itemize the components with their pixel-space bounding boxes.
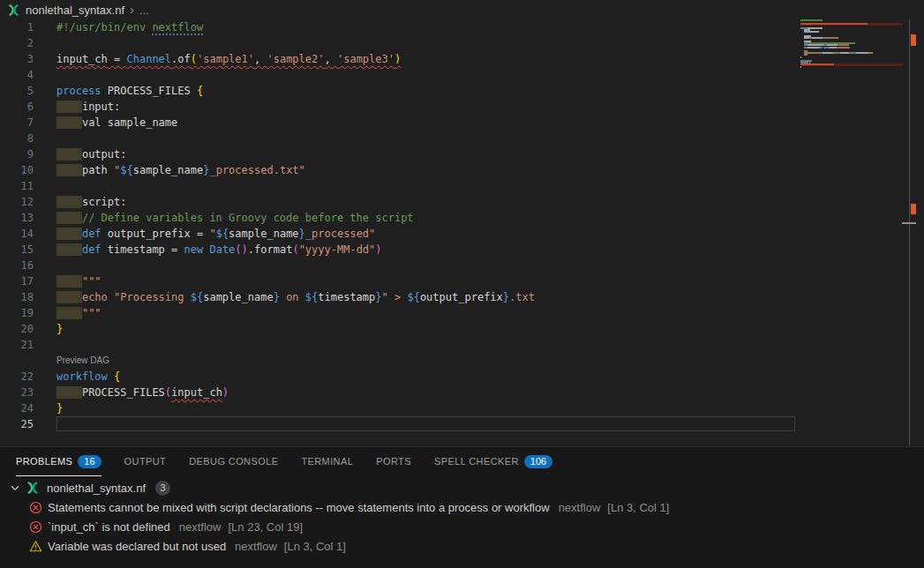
panel-tab-debug-console[interactable]: DEBUG CONSOLE — [189, 447, 278, 476]
line-number: 22 — [0, 369, 34, 385]
line-number: 16 — [0, 258, 34, 273]
line-number: 1 — [0, 19, 34, 35]
breadcrumb-more[interactable]: ... — [139, 4, 149, 17]
code-line[interactable]: 2 — [0, 35, 799, 51]
vscode-window: nonlethal_syntax.nf › ... 1#!/usr/bin/en… — [0, 0, 924, 568]
code-text: #!/usr/bin/env nextflow — [56, 19, 203, 35]
problem-location: [Ln 3, Col 1] — [284, 540, 346, 553]
nextflow-file-icon — [7, 4, 20, 17]
problem-row[interactable]: Statements cannot be mixed with script d… — [0, 497, 924, 517]
code-line[interactable]: 10 path "${sample_name}_processed.txt" — [0, 162, 799, 178]
code-editor[interactable]: 1#!/usr/bin/env nextflow23input_ch = Cha… — [0, 19, 799, 432]
problem-location: [Ln 23, Col 19] — [228, 520, 303, 534]
line-number — [0, 353, 34, 369]
line-number: 18 — [0, 289, 34, 305]
code-line[interactable]: 1#!/usr/bin/env nextflow — [0, 19, 799, 35]
code-line[interactable]: 19 """ — [0, 305, 799, 321]
panel-tab-spell-checker[interactable]: SPELL CHECKER106 — [434, 447, 552, 476]
warning-icon — [29, 540, 42, 553]
code-line[interactable]: 17 """ — [0, 273, 799, 289]
code-line[interactable]: 24} — [0, 400, 799, 416]
code-text: def output_prefix = "${sample_name}_proc… — [56, 226, 375, 242]
line-number: 3 — [0, 51, 34, 67]
nextflow-file-icon — [26, 481, 40, 495]
panel-tab-label: PORTS — [376, 456, 411, 467]
line-number: 19 — [0, 305, 34, 321]
line-number: 5 — [0, 83, 34, 99]
code-line[interactable]: 7 val sample_name — [0, 115, 799, 131]
line-number: 21 — [0, 337, 34, 353]
code-line[interactable]: 23 PROCESS_FILES(input_ch) — [0, 385, 799, 400]
code-line[interactable]: 22workflow { — [0, 369, 799, 385]
overview-ruler-marker[interactable] — [911, 34, 916, 46]
panel-tab-label: DEBUG CONSOLE — [189, 456, 278, 467]
codelens-preview-dag-link[interactable]: Preview DAG — [56, 353, 109, 369]
codelens-row[interactable]: Preview DAG — [0, 353, 799, 369]
code-line[interactable]: 8 — [0, 131, 799, 146]
code-line[interactable]: 25 — [0, 416, 799, 432]
code-line[interactable]: 15 def timestamp = new Date().format("yy… — [0, 242, 799, 258]
code-line[interactable]: 9 output: — [0, 146, 799, 162]
problems-tree: nonlethal_syntax.nf 3 Statements cannot … — [0, 476, 924, 556]
code-text: """ — [56, 273, 101, 289]
code-text: } — [56, 400, 63, 416]
problem-message: Variable was declared but not used — [48, 540, 226, 553]
problem-source: nextflow — [559, 501, 601, 514]
overview-ruler-marker[interactable] — [911, 204, 916, 214]
line-number: 9 — [0, 146, 34, 162]
code-line[interactable]: 11 — [0, 178, 799, 194]
problems-file-row[interactable]: nonlethal_syntax.nf 3 — [0, 478, 924, 497]
code-text: // Define variables in Groovy code befor… — [56, 210, 414, 226]
code-line[interactable]: 21 — [0, 337, 799, 353]
panel-tab-ports[interactable]: PORTS — [376, 447, 411, 476]
line-number: 25 — [0, 416, 34, 432]
panel-tab-badge: 106 — [524, 455, 552, 468]
minimap[interactable] — [800, 19, 903, 70]
code-text: echo "Processing ${sample_name} on ${tim… — [56, 289, 535, 305]
editor-pane[interactable]: nonlethal_syntax.nf › ... 1#!/usr/bin/en… — [0, 0, 924, 446]
problem-row[interactable]: Variable was declared but not usednextfl… — [0, 536, 924, 556]
line-number: 8 — [0, 131, 34, 146]
panel-tab-problems[interactable]: PROBLEMS16 — [16, 447, 101, 476]
panel-tab-terminal[interactable]: TERMINAL — [301, 447, 353, 476]
problems-filename: nonlethal_syntax.nf — [47, 482, 146, 495]
panel-tab-label: SPELL CHECKER — [434, 456, 519, 467]
problem-source: nextflow — [235, 540, 277, 553]
code-line[interactable]: 4 — [0, 67, 799, 83]
code-text: workflow { — [56, 369, 120, 385]
code-text: PROCESS_FILES(input_ch) — [56, 385, 229, 400]
breadcrumb[interactable]: nonlethal_syntax.nf › ... — [0, 0, 924, 19]
problem-row[interactable]: `input_ch` is not definednextflow[Ln 23,… — [0, 517, 924, 536]
error-icon — [29, 520, 42, 534]
code-line[interactable]: 5process PROCESS_FILES { — [0, 83, 799, 99]
line-number: 14 — [0, 226, 34, 242]
code-text: def timestamp = new Date().format("yyyy-… — [56, 242, 382, 258]
code-line[interactable]: 13 // Define variables in Groovy code be… — [0, 210, 799, 226]
line-number: 7 — [0, 115, 34, 131]
code-line[interactable]: 20} — [0, 321, 799, 337]
code-line[interactable]: 6 input: — [0, 99, 799, 115]
panel-tab-label: OUTPUT — [124, 456, 167, 467]
code-text: input: — [56, 99, 120, 115]
code-text: """ — [56, 305, 101, 321]
panel-tab-label: TERMINAL — [301, 456, 353, 467]
chevron-down-icon[interactable] — [9, 482, 21, 494]
overview-ruler-cursor-marker[interactable] — [902, 222, 916, 224]
code-line[interactable]: 16 — [0, 258, 799, 273]
code-line[interactable]: 12 script: — [0, 194, 799, 210]
code-text: output: — [56, 146, 126, 162]
line-number: 10 — [0, 162, 34, 178]
code-line[interactable]: 14 def output_prefix = "${sample_name}_p… — [0, 226, 799, 242]
code-line[interactable]: 3input_ch = Channel.of('sample1', 'sampl… — [0, 51, 799, 67]
code-line[interactable]: 18 echo "Processing ${sample_name} on ${… — [0, 289, 799, 305]
breadcrumb-filename[interactable]: nonlethal_syntax.nf — [26, 4, 124, 17]
line-number: 15 — [0, 242, 34, 258]
code-text: input_ch = Channel.of('sample1', 'sample… — [56, 51, 401, 67]
panel-tab-label: PROBLEMS — [16, 456, 72, 467]
line-number: 12 — [0, 194, 34, 210]
line-number: 4 — [0, 67, 34, 83]
panel-tab-output[interactable]: OUTPUT — [124, 447, 167, 476]
code-text: val sample_name — [56, 115, 177, 131]
problem-location: [Ln 3, Col 1] — [607, 501, 669, 514]
code-text: } — [56, 321, 63, 337]
